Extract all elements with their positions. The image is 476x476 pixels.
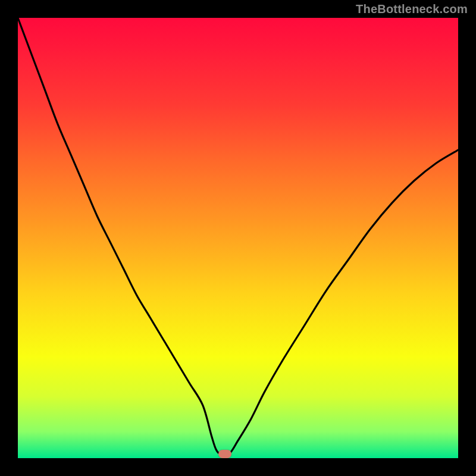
bottleneck-curve xyxy=(18,18,458,458)
optimum-marker xyxy=(218,450,231,458)
plot-area xyxy=(18,18,458,458)
chart-frame: TheBottleneck.com xyxy=(0,0,476,476)
watermark-text: TheBottleneck.com xyxy=(356,2,468,16)
